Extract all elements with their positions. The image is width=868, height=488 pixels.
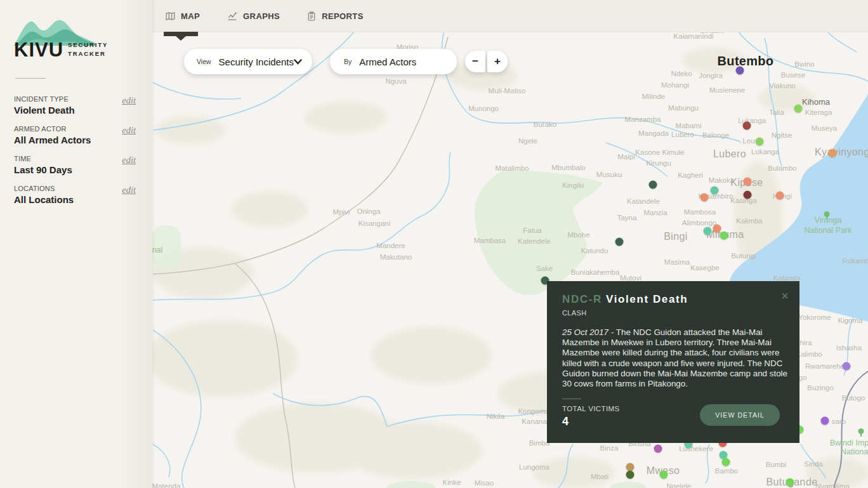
map-place-label: Kongoma	[518, 407, 549, 415]
map-place-label: Kigoma	[838, 317, 863, 324]
by-value: Armed Actors	[359, 56, 447, 67]
incident-marker[interactable]	[744, 191, 752, 199]
incident-marker[interactable]	[736, 67, 744, 75]
map-place-label: Kasegbe	[690, 264, 719, 272]
map-place-label: Katendele	[518, 237, 551, 245]
map-place-label: Bingi	[664, 231, 688, 242]
popup-category: CLASH	[562, 309, 784, 317]
incident-marker[interactable]	[743, 122, 751, 130]
map-place-label: Nlkila	[487, 412, 504, 420]
map-place-label: Musuku	[596, 171, 622, 178]
incident-marker[interactable]	[711, 187, 719, 195]
map-place-label: Lubero	[713, 148, 746, 160]
filter-incident-type: INCIDENT TYPE Violent Death edit	[0, 95, 152, 115]
map-place-label: Kasinga	[730, 197, 757, 204]
top-navigation: MAP GRAPHS REPORTS	[152, 0, 868, 32]
incident-marker[interactable]	[794, 105, 803, 113]
tab-graphs[interactable]: GRAPHS	[227, 11, 280, 22]
map-place-label: Butembo	[718, 54, 774, 69]
filter-locations: LOCATIONS All Locations edit	[0, 185, 152, 205]
incident-marker[interactable]	[756, 138, 764, 146]
map-place-label: Ngitse	[772, 131, 792, 139]
map-place-label: Buzingo	[807, 384, 834, 392]
incident-marker[interactable]	[700, 194, 709, 202]
map-place-label: Ndeko	[671, 70, 692, 77]
filter-value: All Locations	[14, 194, 74, 205]
incident-marker[interactable]	[615, 238, 624, 246]
map-place-label: Mpivi	[333, 208, 350, 216]
incident-marker[interactable]	[654, 445, 662, 453]
incident-marker[interactable]	[722, 458, 730, 466]
sidebar-divider	[15, 78, 46, 79]
edit-armed-actor-link[interactable]: edit	[122, 125, 136, 136]
map-place-label: Misao	[475, 479, 494, 487]
popup-divider	[562, 399, 581, 399]
incident-marker[interactable]	[649, 181, 657, 189]
map-place-label: Lukanga	[751, 148, 779, 155]
map-icon	[165, 11, 176, 22]
incident-marker[interactable]	[821, 417, 829, 425]
map-place-label: Viakuno	[769, 82, 795, 89]
incident-marker[interactable]	[744, 178, 752, 186]
map-place-label: Kinke	[443, 478, 461, 486]
incident-marker[interactable]	[776, 192, 784, 200]
incident-marker[interactable]	[704, 227, 712, 235]
incident-marker[interactable]	[660, 471, 668, 479]
map-place-label: National Park	[804, 226, 852, 235]
map-place-label: National	[841, 447, 868, 456]
map-place-label: Museya	[812, 124, 837, 132]
incident-marker[interactable]	[713, 225, 721, 233]
map-place-label: Lungoma	[519, 463, 549, 471]
park-tree-icon	[858, 428, 865, 439]
map-place-label: Fatua	[523, 227, 541, 234]
map-place-label: Mangada	[638, 129, 669, 137]
map-place-label: Mambasa	[474, 237, 506, 244]
map-place-label: Mbohe	[567, 231, 589, 239]
incident-marker[interactable]	[829, 149, 837, 157]
map-place-label: Manzia	[643, 209, 667, 216]
map-place-label: Binza	[600, 444, 619, 452]
map-place-label: Kanana	[522, 418, 547, 425]
map-place-label: Yokorome	[798, 313, 831, 321]
edit-locations-link[interactable]: edit	[122, 185, 136, 195]
map-place-label: hira	[799, 339, 812, 346]
edit-incident-type-link[interactable]: edit	[122, 95, 136, 106]
edit-time-link[interactable]: edit	[122, 155, 136, 166]
map-place-label: Bulambo	[768, 164, 796, 172]
map-place-label: Makutano	[380, 253, 412, 261]
map-place-label: Lukanga	[738, 117, 766, 124]
active-tab-indicator	[164, 32, 198, 36]
close-icon[interactable]: ×	[781, 289, 789, 302]
popup-actor: NDC-R	[562, 293, 602, 305]
map-place-label: Milinde	[642, 93, 665, 100]
map-place-label: Alimbongo	[682, 219, 716, 227]
brand-subtitle: SECURITY TRACKER	[68, 41, 108, 58]
view-detail-button[interactable]: VIEW DETAIL	[700, 404, 780, 426]
filter-time: TIME Last 90 Days edit	[0, 155, 152, 175]
app-logo: KIVU SECURITY TRACKER	[14, 15, 109, 59]
map-place-label: Mandere	[376, 242, 405, 249]
map-place-label: Bwindi Impe	[830, 439, 868, 447]
map-place-label: Balonge	[702, 131, 729, 139]
map-place-label: Kingiki	[562, 181, 584, 189]
chevron-down-icon	[294, 56, 302, 67]
incident-marker[interactable]	[843, 362, 851, 371]
graphs-icon	[227, 11, 238, 22]
view-value: Security Incidents	[219, 56, 294, 67]
tab-map[interactable]: MAP	[165, 11, 200, 22]
incident-marker[interactable]	[720, 232, 728, 240]
map-place-label: Mbati	[591, 473, 608, 480]
map-place-label: Munongo	[468, 105, 499, 112]
map-place-label: Matenda	[152, 482, 181, 488]
map-place-label: Buniakahemba	[571, 268, 620, 276]
by-select[interactable]: By Armed Actors	[330, 49, 457, 74]
view-select[interactable]: View Security Incidents	[184, 49, 312, 74]
tab-reports[interactable]: REPORTS	[306, 11, 364, 22]
map-place-label: Burako	[534, 121, 556, 128]
incident-marker[interactable]	[626, 471, 635, 479]
map-place-label: Kalimbo	[796, 350, 822, 358]
incident-marker[interactable]	[786, 478, 794, 487]
map-place-label: Busese	[781, 71, 805, 79]
map-place-label: Mohangi	[661, 81, 689, 89]
zoom-out-button[interactable]: −	[465, 51, 485, 72]
